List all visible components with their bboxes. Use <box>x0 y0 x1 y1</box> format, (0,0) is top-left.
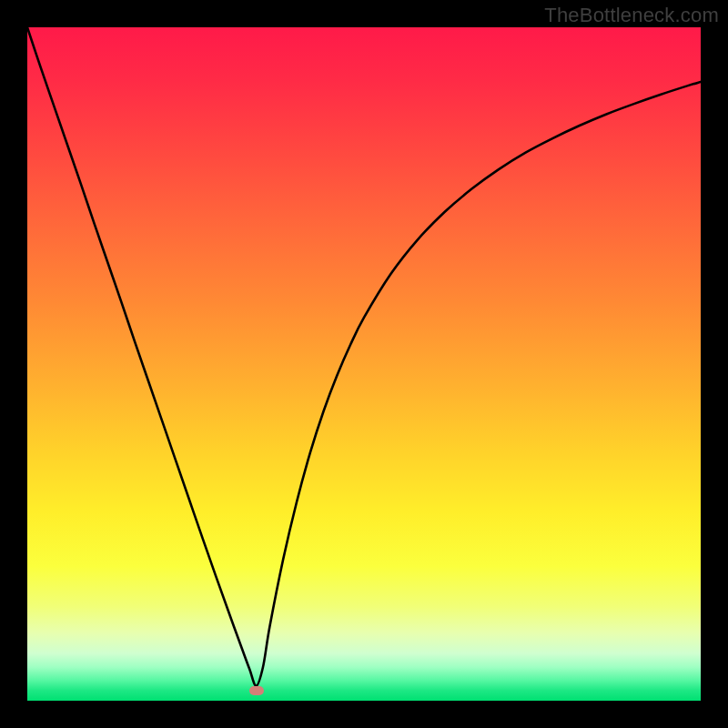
chart-frame: TheBottleneck.com <box>0 0 728 728</box>
plot-area <box>27 27 701 701</box>
bottleneck-curve <box>27 27 701 701</box>
watermark-text: TheBottleneck.com <box>544 4 719 27</box>
optimal-point-marker <box>249 686 264 695</box>
